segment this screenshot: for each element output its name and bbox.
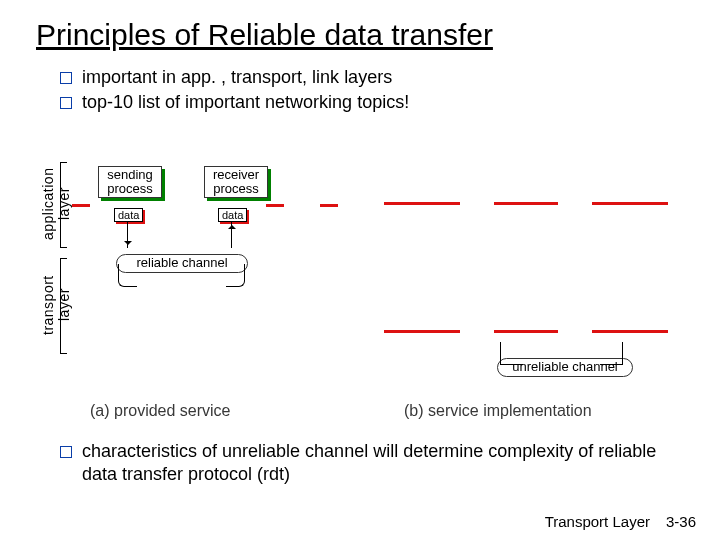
slide-title: Principles of Reliable data transfer: [0, 0, 720, 60]
caption-a: (a) provided service: [90, 402, 231, 420]
transport-layer-label: transport layer: [40, 258, 72, 352]
top-bullet-list: important in app. , transport, link laye…: [0, 60, 720, 119]
divider-bar: [592, 202, 668, 205]
divider-bar: [72, 204, 90, 207]
bullet-icon: [60, 97, 72, 109]
arrow-down-icon: [127, 222, 128, 248]
arrow-hook-icon: [226, 264, 245, 287]
list-item: top-10 list of important networking topi…: [60, 91, 660, 114]
divider-bar: [592, 330, 668, 333]
application-layer-bracket: [60, 162, 67, 248]
slide-footer: Transport Layer 3-36: [545, 513, 696, 530]
diagram-figure: application layer transport layer sendin…: [44, 156, 684, 426]
list-item: characteristics of unreliable channel wi…: [60, 440, 660, 485]
arrow-hook-icon: [600, 342, 623, 365]
divider-bar: [266, 204, 284, 207]
bullet-text: characteristics of unreliable channel wi…: [82, 440, 660, 485]
footer-chapter: Transport Layer: [545, 513, 650, 530]
list-item: important in app. , transport, link laye…: [60, 66, 660, 89]
application-layer-label: application layer: [40, 162, 72, 246]
data-packet-box: data: [114, 208, 143, 222]
data-packet-box: data: [218, 208, 247, 222]
bullet-text: important in app. , transport, link laye…: [82, 66, 660, 89]
arrow-up-icon: [231, 222, 232, 248]
bottom-bullet-list: characteristics of unreliable channel wi…: [0, 430, 700, 491]
divider-bar: [494, 330, 558, 333]
arrow-hook-icon: [118, 264, 137, 287]
divider-bar: [384, 330, 460, 333]
footer-page: 3-36: [666, 513, 696, 530]
transport-layer-bracket: [60, 258, 67, 354]
divider-bar: [494, 202, 558, 205]
caption-b: (b) service implementation: [404, 402, 592, 420]
divider-bar: [384, 202, 460, 205]
receiver-process-box: receiver process: [204, 166, 268, 198]
bullet-icon: [60, 72, 72, 84]
divider-bar: [320, 204, 338, 207]
bullet-text: top-10 list of important networking topi…: [82, 91, 660, 114]
bullet-icon: [60, 446, 72, 458]
arrow-hook-icon: [500, 342, 523, 365]
sending-process-box: sending process: [98, 166, 162, 198]
